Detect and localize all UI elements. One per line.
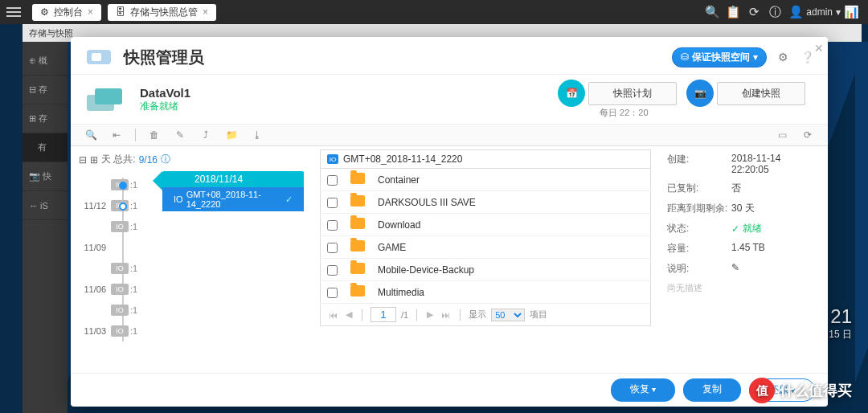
camera-icon[interactable]: 📷 <box>686 80 714 107</box>
close-icon[interactable]: × <box>88 6 93 18</box>
row-checkbox[interactable] <box>327 220 338 231</box>
page-total: /1 <box>401 310 408 320</box>
prev-page-icon[interactable]: ◀ <box>344 309 354 320</box>
detail-panel: 创建:2018-11-14 22:20:05 已复制:否 距离到期剩余:30 天… <box>659 146 828 373</box>
last-page-icon[interactable]: ⏭ <box>440 310 452 320</box>
close-icon[interactable]: × <box>203 6 208 18</box>
volume-icon: IO <box>327 154 338 164</box>
desktop-clock: 21 15 日 <box>829 305 852 341</box>
folder-icon[interactable]: 📁 <box>224 128 239 142</box>
detail-copied: 否 <box>731 182 820 195</box>
sidebar-item[interactable]: ⊟ 存 <box>23 76 68 104</box>
edit-description-icon[interactable]: ✎ <box>731 262 820 276</box>
file-name: Mobile-Device-Backup <box>371 259 651 281</box>
table-row[interactable]: Multimedia <box>321 281 651 304</box>
help-icon[interactable]: ❔ <box>799 49 815 65</box>
breadcrumb[interactable]: IO GMT+08_2018-11-14_2220 <box>320 149 651 169</box>
timeline-entry[interactable]: IO:1 <box>79 258 304 279</box>
create-snapshot-button[interactable]: 创建快照 <box>717 82 805 105</box>
snapshot-icon: 🗄 <box>116 6 125 18</box>
timeline-entry[interactable]: IO:1 <box>79 174 304 195</box>
timeline-entry[interactable]: IO:1 <box>79 300 304 321</box>
info-icon[interactable]: ⓘ <box>764 5 785 20</box>
file-name: Container <box>371 169 651 191</box>
description-placeholder: 尚无描述 <box>667 279 820 294</box>
row-checkbox[interactable] <box>327 288 338 298</box>
timeline-entry[interactable]: 11/12IO:1 <box>79 195 304 216</box>
tab-label: 存储与快照总管 <box>130 6 198 19</box>
sidebar-item[interactable]: 有 <box>23 133 68 162</box>
gear-icon: ⚙ <box>40 6 49 18</box>
refresh-icon[interactable]: ⟳ <box>743 5 764 19</box>
sidebar-item[interactable]: ↔ iS <box>23 191 68 220</box>
file-name: GAME <box>371 236 651 259</box>
row-checkbox[interactable] <box>327 265 338 276</box>
tab-console[interactable]: ⚙ 控制台 × <box>32 4 101 21</box>
expand-icon[interactable]: ⊞ <box>90 154 98 166</box>
refresh-icon[interactable]: ⟳ <box>800 128 815 142</box>
timeline-entry[interactable]: 11/06IO:1 <box>79 279 304 300</box>
row-checkbox[interactable] <box>327 175 338 186</box>
tab-storage[interactable]: 🗄 存储与快照总管 × <box>108 4 216 21</box>
exit-icon[interactable]: ⇤ <box>109 128 124 142</box>
search-icon[interactable]: 🔍 <box>84 128 98 142</box>
search-icon[interactable]: 🔍 <box>702 5 723 19</box>
file-table: ContainerDARKSOULS III SAVEDownloadGAMEM… <box>320 168 651 304</box>
timeline-entry[interactable]: IO:1 <box>79 216 304 237</box>
snapshot-logo-icon <box>84 45 116 69</box>
timeline: ⊟ ⊞ 天 总共: 9/16 ⓘ 2018/11/14 IOGMT+08_201… <box>71 146 312 373</box>
table-row[interactable]: Download <box>321 214 651 236</box>
watermark: 值什么值得买 <box>749 378 852 403</box>
calendar-icon[interactable]: 📅 <box>558 80 585 107</box>
svg-rect-1 <box>92 53 101 61</box>
folder-icon <box>350 195 365 206</box>
gear-icon[interactable]: ⚙ <box>775 49 791 65</box>
table-row[interactable]: GAME <box>321 236 651 259</box>
dashboard-icon[interactable]: 📊 <box>841 5 862 19</box>
file-name: DARKSOULS III SAVE <box>371 191 651 214</box>
download-icon[interactable]: ⭳ <box>250 128 264 142</box>
window-icon[interactable]: ▭ <box>775 128 789 142</box>
database-icon: ⛁ <box>681 51 689 63</box>
guaranteed-space-pill[interactable]: ⛁ 保证快照空间 ▾ <box>672 47 767 67</box>
timeline-entry[interactable]: 11/09 <box>79 237 304 258</box>
copy-button[interactable]: 复制 <box>683 378 741 402</box>
close-icon[interactable]: × <box>814 40 823 57</box>
snapshot-count: 9/16 <box>139 154 158 166</box>
volume-status: 准备就绪 <box>140 100 190 113</box>
row-checkbox[interactable] <box>327 243 338 253</box>
clipboard-icon[interactable]: 📋 <box>723 5 743 19</box>
table-row[interactable]: Mobile-Device-Backup <box>321 259 651 281</box>
items-label: 项目 <box>530 309 547 321</box>
trash-icon[interactable]: 🗑 <box>147 128 162 142</box>
row-checkbox[interactable] <box>327 198 338 208</box>
detail-size: 1.45 TB <box>731 242 820 256</box>
user-menu[interactable]: admin ▾ <box>806 6 841 18</box>
collapse-icon[interactable]: ⊟ <box>79 154 87 166</box>
export-icon[interactable]: ⤴ <box>199 128 213 142</box>
hamburger-menu[interactable] <box>6 2 26 22</box>
first-page-icon[interactable]: ⏮ <box>327 310 339 320</box>
table-row[interactable]: DARKSOULS III SAVE <box>321 191 651 214</box>
check-icon: ✓ <box>731 223 739 235</box>
timeline-label: 天 总共: <box>101 153 136 166</box>
restore-button[interactable]: 恢复 <box>611 378 675 402</box>
folder-icon <box>350 263 365 274</box>
folder-icon <box>350 218 365 229</box>
sidebar-item[interactable]: 📷 快 <box>23 162 68 191</box>
tab-label: 控制台 <box>54 6 83 19</box>
file-name: Multimedia <box>371 281 651 304</box>
table-row[interactable]: Container <box>321 169 651 191</box>
timeline-entry[interactable]: 11/03IO:1 <box>79 321 304 341</box>
sidebar-item[interactable]: ⊞ 存 <box>23 104 68 133</box>
snapshot-plan-button[interactable]: 快照计划 <box>588 82 677 105</box>
svg-rect-3 <box>95 88 122 104</box>
next-page-icon[interactable]: ▶ <box>425 309 435 320</box>
page-input[interactable] <box>371 307 396 322</box>
sidebar: ⊕ 概 ⊟ 存 ⊞ 存 有 📷 快 ↔ iS <box>23 42 68 413</box>
sidebar-item[interactable]: ⊕ 概 <box>23 47 68 76</box>
user-icon[interactable]: 👤 <box>785 5 806 19</box>
info-icon[interactable]: ⓘ <box>161 153 170 166</box>
edit-icon[interactable]: ✎ <box>173 128 187 142</box>
per-page-select[interactable]: 50 <box>491 309 525 321</box>
